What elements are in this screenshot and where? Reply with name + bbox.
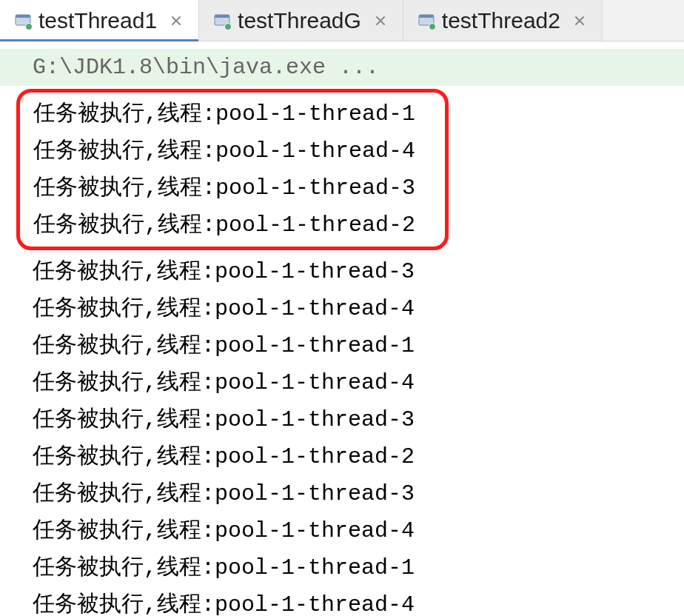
status-dot-running-icon bbox=[429, 23, 436, 30]
console-line: 任务被执行,线程:pool-1-thread-1 bbox=[20, 96, 445, 133]
console-line: 任务被执行,线程:pool-1-thread-3 bbox=[20, 170, 445, 207]
tab-testthread2[interactable]: testThread2 bbox=[403, 0, 603, 41]
tab-label: testThread2 bbox=[442, 8, 560, 33]
status-dot-running-icon bbox=[224, 23, 232, 30]
highlight-annotation: 任务被执行,线程:pool-1-thread-1 任务被执行,线程:pool-1… bbox=[16, 89, 449, 250]
tab-testthread1[interactable]: testThread1 bbox=[0, 0, 199, 41]
tab-label: testThreadG bbox=[238, 8, 361, 33]
tab-label: testThread1 bbox=[38, 8, 157, 33]
run-config-icon bbox=[15, 13, 31, 29]
console-line: 任务被执行,线程:pool-1-thread-2 bbox=[20, 207, 445, 244]
console-line: 任务被执行,线程:pool-1-thread-3 bbox=[0, 401, 684, 438]
svg-rect-3 bbox=[215, 15, 229, 18]
close-icon[interactable] bbox=[169, 13, 184, 28]
console-line: 任务被执行,线程:pool-1-thread-4 bbox=[0, 586, 684, 616]
console-line: 任务被执行,线程:pool-1-thread-4 bbox=[0, 512, 684, 549]
console-line: 任务被执行,线程:pool-1-thread-2 bbox=[0, 438, 684, 475]
console-line: 任务被执行,线程:pool-1-thread-1 bbox=[0, 327, 684, 364]
close-icon[interactable] bbox=[373, 13, 388, 28]
run-tab-bar: testThread1 testThreadG testThread2 bbox=[0, 0, 684, 41]
console-command-line: G:\JDK1.8\bin\java.exe ... bbox=[0, 49, 684, 86]
console-line: 任务被执行,线程:pool-1-thread-4 bbox=[0, 364, 684, 401]
console-output[interactable]: G:\JDK1.8\bin\java.exe ... 任务被执行,线程:pool… bbox=[0, 41, 684, 616]
svg-rect-5 bbox=[419, 15, 434, 18]
console-line: 任务被执行,线程:pool-1-thread-4 bbox=[20, 133, 445, 170]
close-icon[interactable] bbox=[572, 13, 587, 28]
svg-rect-1 bbox=[16, 15, 30, 18]
tab-testthreadg[interactable]: testThreadG bbox=[199, 0, 403, 41]
run-config-icon bbox=[214, 13, 230, 29]
run-config-icon bbox=[418, 13, 435, 29]
console-line: 任务被执行,线程:pool-1-thread-3 bbox=[0, 253, 684, 290]
console-line: 任务被执行,线程:pool-1-thread-4 bbox=[0, 290, 684, 327]
status-dot-running-icon bbox=[25, 23, 33, 30]
console-line: 任务被执行,线程:pool-1-thread-3 bbox=[0, 475, 684, 512]
console-line: 任务被执行,线程:pool-1-thread-1 bbox=[0, 549, 684, 586]
